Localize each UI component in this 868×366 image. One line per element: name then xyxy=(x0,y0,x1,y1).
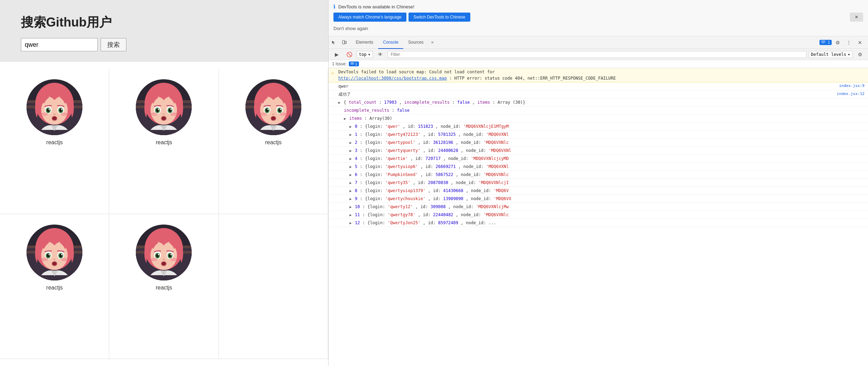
svg-point-75 xyxy=(61,258,68,261)
run-button[interactable]: ▶ xyxy=(331,48,342,61)
avatar xyxy=(27,225,82,280)
message-badge: 1 xyxy=(819,40,832,45)
user-card-empty xyxy=(219,214,328,359)
svg-point-71 xyxy=(53,259,56,260)
devtools-toolbar: Elements Console Sources » 1 ⚙ ⋮ ✕ xyxy=(329,36,868,49)
array-item-3: ▶ 3 : {login: 'qwertyquerty' , id: 24400… xyxy=(329,147,868,155)
svg-point-54 xyxy=(271,117,275,120)
search-input[interactable] xyxy=(21,38,98,51)
chevron-down-icon-2: ▾ xyxy=(848,52,850,57)
svg-point-18 xyxy=(61,112,68,116)
more-options-button[interactable]: ⋮ xyxy=(844,36,854,49)
console-warning-line: ⚠ DevTools failed to load source map: Co… xyxy=(329,68,868,82)
user-card: reactjs xyxy=(0,214,109,359)
tab-console[interactable]: Console xyxy=(378,36,403,49)
device-toolbar-button[interactable] xyxy=(339,36,350,49)
source-link-1[interactable]: index.jsx:9 xyxy=(839,83,865,89)
expand-item-arrow[interactable]: ▶ xyxy=(350,221,352,225)
cursor-icon xyxy=(331,40,336,45)
svg-point-33 xyxy=(163,114,165,115)
switch-chinese-button[interactable]: Switch DevTools to Chinese xyxy=(409,13,470,22)
search-button[interactable]: 搜索 xyxy=(101,38,126,51)
expand-item-arrow[interactable]: ▶ xyxy=(350,173,352,177)
user-name: reactjs xyxy=(156,285,172,291)
dt-right-icons: 1 ⚙ ⋮ ✕ xyxy=(819,36,868,49)
array-item-7: ▶ 7 : {login: 'qwerty35' , id: 20870030 … xyxy=(329,179,868,187)
expand-item-arrow[interactable]: ▶ xyxy=(350,125,352,129)
app-panel: 搜索Github用户 搜索 xyxy=(0,0,328,366)
array-item-10: ▶ 10 : {login: 'qwerty12' , id: 309008 ,… xyxy=(329,203,868,211)
svg-rect-98 xyxy=(351,62,354,65)
svg-point-74 xyxy=(41,258,48,261)
match-language-button[interactable]: Always match Chrome's language xyxy=(333,13,406,22)
svg-point-56 xyxy=(280,112,287,116)
eye-button[interactable]: 👁 xyxy=(375,48,385,61)
avatar-img xyxy=(245,79,301,135)
chat-icon-small xyxy=(351,62,354,65)
filter-input[interactable] xyxy=(388,51,807,58)
page-title: 搜索Github用户 xyxy=(21,14,307,31)
expand-item-arrow[interactable]: ▶ xyxy=(350,133,352,137)
info-icon: ℹ xyxy=(333,3,336,10)
avatar xyxy=(245,79,301,135)
clear-console-button[interactable]: 🚫 xyxy=(344,48,354,61)
expand-item-arrow[interactable]: ▶ xyxy=(350,189,352,193)
avatar-img xyxy=(136,225,192,280)
console-obj-line: ▶ { total_count : 17903 , incomplete_res… xyxy=(329,98,868,107)
svg-rect-96 xyxy=(345,41,346,44)
expand-item-arrow[interactable]: ▶ xyxy=(350,149,352,153)
array-item-0: ▶ 0 : {login: 'qwer' , id: 151823 , node… xyxy=(329,123,868,131)
tab-sources[interactable]: Sources xyxy=(403,36,428,49)
svg-rect-95 xyxy=(343,41,345,44)
notification-text: DevTools is now available in Chinese! xyxy=(338,4,414,9)
expand-item-arrow[interactable]: ▶ xyxy=(350,141,352,145)
user-name: reactjs xyxy=(46,285,63,291)
console-settings-button[interactable]: ⚙ xyxy=(855,48,865,61)
source-link-2[interactable]: index.jsx:12 xyxy=(837,91,865,97)
svg-point-32 xyxy=(170,109,172,110)
array-item-12: ▶ 12 : {login: 'QwertyJon25' , id: 85972… xyxy=(329,219,868,227)
expand-item-arrow[interactable]: ▶ xyxy=(350,157,352,161)
notification-buttons: Always match Chrome's language Switch De… xyxy=(333,13,863,22)
expand-item-arrow[interactable]: ▶ xyxy=(350,213,352,217)
inspect-element-button[interactable] xyxy=(329,36,339,49)
close-devtools-button[interactable]: ✕ xyxy=(855,36,865,49)
dont-show-button[interactable]: Don't show again xyxy=(333,24,368,32)
chat-icon xyxy=(821,40,825,44)
warning-icon: ⚠ xyxy=(331,69,334,76)
close-notification-button[interactable]: ✕ xyxy=(850,13,863,22)
top-context-selector[interactable]: top ▾ xyxy=(356,51,373,58)
source-map-link[interactable]: http://localhost:3000/css/bootstrap.css.… xyxy=(338,76,447,81)
console-log-line: qwer index.jsx:9 xyxy=(329,82,868,90)
prop-incomplete-results: incomplete_results : false xyxy=(329,107,868,115)
svg-point-52 xyxy=(272,114,274,115)
default-levels-selector[interactable]: Default levels ▾ xyxy=(809,51,853,58)
svg-point-12 xyxy=(49,109,50,110)
user-card: reactjs xyxy=(0,69,109,214)
svg-point-93 xyxy=(150,258,157,261)
avatar-img xyxy=(27,79,82,135)
expand-obj-arrow[interactable]: ▶ xyxy=(338,101,340,104)
devtools-tabs: Elements Console Sources » xyxy=(351,36,436,49)
avatar-img xyxy=(27,225,82,280)
expand-items-arrow[interactable]: ▶ xyxy=(344,117,346,120)
device-icon xyxy=(342,40,347,45)
expand-item-arrow[interactable]: ▶ xyxy=(350,181,352,185)
svg-point-50 xyxy=(267,109,269,110)
console-toolbar: ▶ 🚫 top ▾ 👁 Default levels ▾ ⚙ xyxy=(329,49,868,60)
svg-point-88 xyxy=(158,254,159,255)
console-output[interactable]: ⚠ DevTools failed to load source map: Co… xyxy=(329,68,868,366)
settings-button[interactable]: ⚙ xyxy=(832,36,843,49)
svg-point-37 xyxy=(170,112,177,116)
expand-item-arrow[interactable]: ▶ xyxy=(350,205,352,209)
expand-item-arrow[interactable]: ▶ xyxy=(350,165,352,169)
svg-point-17 xyxy=(41,112,48,116)
tab-elements[interactable]: Elements xyxy=(351,36,378,49)
svg-point-70 xyxy=(61,254,62,255)
svg-point-51 xyxy=(280,109,281,110)
user-card: reactjs xyxy=(219,69,328,214)
svg-point-90 xyxy=(163,259,165,260)
expand-item-arrow[interactable]: ▶ xyxy=(350,197,352,201)
array-item-11: ▶ 11 : {login: 'qwertgy78' , id: 2244048… xyxy=(329,211,868,219)
tab-more[interactable]: » xyxy=(428,36,436,49)
